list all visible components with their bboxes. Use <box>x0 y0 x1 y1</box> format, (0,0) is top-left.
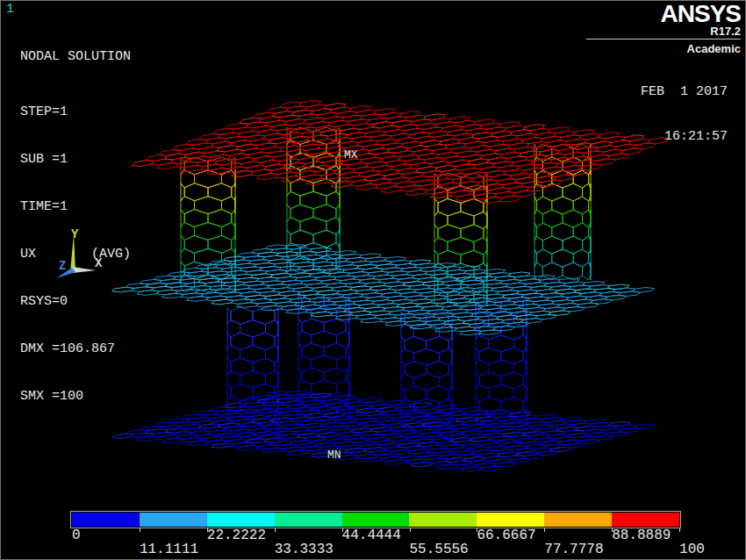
cnt-graphene-model <box>112 101 670 472</box>
legend-segment <box>477 513 544 527</box>
legend-segment <box>409 513 477 527</box>
legend-label-1: 11.1111 <box>140 542 198 557</box>
legend-color-bar <box>70 511 681 528</box>
analysis-date: FEB 1 2017 <box>641 84 728 99</box>
legend-tick <box>544 528 545 532</box>
legend-segment <box>72 513 140 527</box>
legend-label-0: 0 <box>72 528 81 543</box>
solution-time: TIME=1 <box>20 199 131 215</box>
legend-label-9: 100 <box>679 542 705 557</box>
legend-tick <box>679 528 680 532</box>
legend-tick <box>275 528 276 532</box>
min-node-label: MN <box>327 449 341 462</box>
legend-label-3: 33.3333 <box>275 542 334 557</box>
solution-smx: SMX =100 <box>20 389 131 405</box>
legend-segment <box>207 513 275 527</box>
legend-segment <box>140 513 207 527</box>
legend-segment <box>342 513 410 527</box>
license-badge: Academic <box>586 42 741 55</box>
legend-segment <box>544 513 612 527</box>
solution-step: STEP=1 <box>20 104 131 120</box>
legend-label-6: 66.6667 <box>477 528 535 543</box>
solution-component: UX (AVG) <box>20 247 131 262</box>
legend-label-8: 88.8889 <box>612 528 671 543</box>
legend-tick <box>410 528 411 532</box>
solution-title: NODAL SOLUTION <box>20 49 131 65</box>
legend-label-5: 55.5556 <box>410 542 469 557</box>
solution-info: NODAL SOLUTION STEP=1 SUB =1 TIME=1 UX (… <box>20 18 131 436</box>
solution-sub: SUB =1 <box>20 152 131 168</box>
legend-label-7: 77.7778 <box>544 542 603 557</box>
ansys-graphics-window: 1 NODAL SOLUTION STEP=1 SUB =1 TIME=1 UX… <box>0 0 746 560</box>
legend-segment <box>275 513 342 527</box>
legend-label-2: 22.2222 <box>207 528 266 543</box>
logo-divider <box>586 39 741 39</box>
analysis-time: 16:21:57 <box>641 129 728 144</box>
ansys-logo: ANSYS <box>586 3 741 25</box>
plot-number: 1 <box>6 2 14 17</box>
ansys-logo-block: ANSYS R17.2 Academic <box>586 3 741 55</box>
legend-label-4: 44.4444 <box>342 528 401 543</box>
contour-legend: 0 11.1111 22.2222 33.3333 44.4444 55.555… <box>70 511 746 560</box>
datetime-block: FEB 1 2017 16:21:57 <box>641 54 728 174</box>
solution-rsys: RSYS=0 <box>20 294 131 310</box>
legend-tick <box>140 528 140 532</box>
legend-segment <box>612 513 679 527</box>
max-node-label: MX <box>344 148 358 162</box>
solution-dmx: DMX =106.867 <box>20 341 131 357</box>
